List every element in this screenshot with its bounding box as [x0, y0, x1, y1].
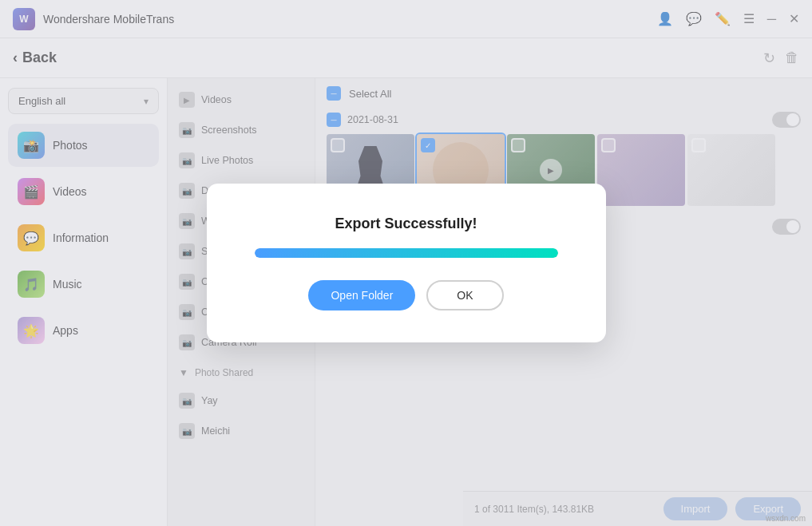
progress-bar-container	[255, 248, 558, 258]
open-folder-button[interactable]: Open Folder	[308, 280, 415, 310]
ok-button[interactable]: OK	[426, 280, 503, 310]
modal-buttons: Open Folder OK	[308, 280, 503, 310]
export-success-modal: Export Successfully! Open Folder OK	[207, 184, 606, 342]
watermark: wsxdn.com	[766, 514, 806, 523]
progress-bar-fill	[255, 248, 558, 258]
modal-title: Export Successfully!	[335, 216, 477, 232]
modal-overlay: Export Successfully! Open Folder OK	[0, 0, 812, 526]
